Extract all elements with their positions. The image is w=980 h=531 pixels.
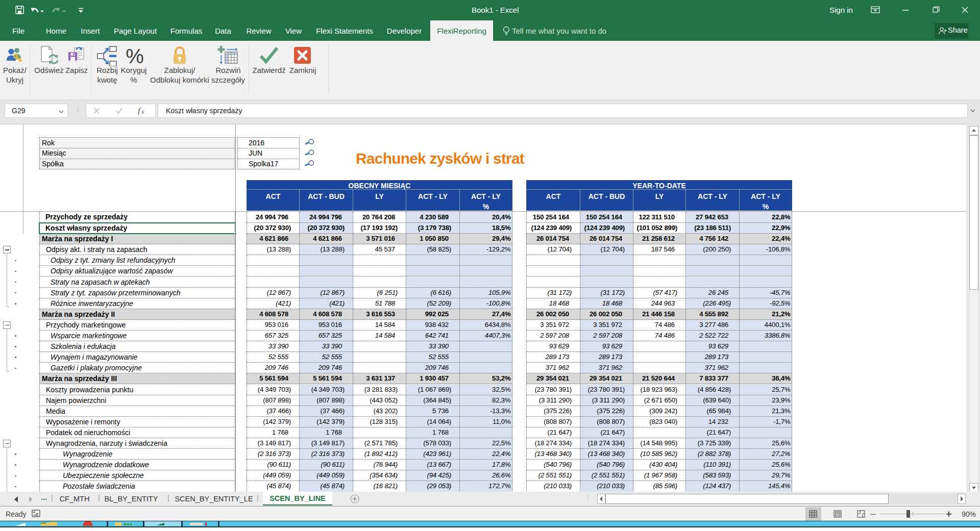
svg-text:x: x bbox=[141, 108, 144, 115]
svg-text:f: f bbox=[138, 107, 141, 115]
